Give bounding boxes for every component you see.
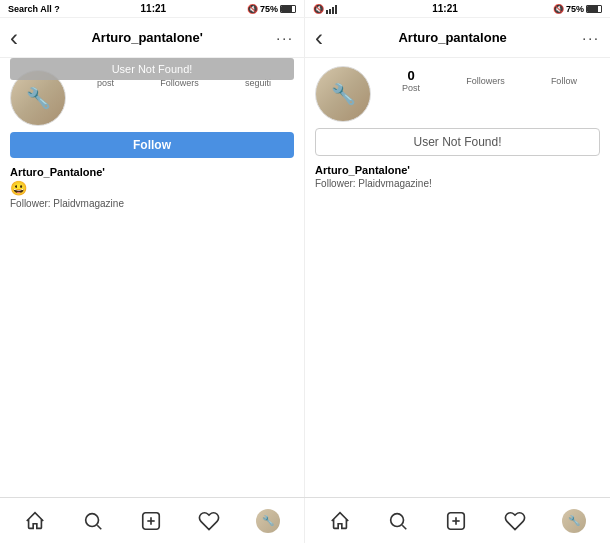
left-home-icon[interactable] bbox=[24, 510, 46, 532]
right-nav-dots[interactable]: ··· bbox=[582, 30, 600, 46]
right-stat-follow-label: Follow bbox=[551, 76, 577, 86]
left-profile-area: User Not Found! 🔧 post Followers bbox=[0, 58, 304, 162]
right-signal-icons: 🔇 bbox=[313, 4, 337, 14]
right-follower-text: Follower: Plaidvmagazine! bbox=[315, 178, 600, 189]
right-add-icon[interactable] bbox=[445, 510, 467, 532]
svg-line-1 bbox=[97, 525, 101, 529]
svg-point-0 bbox=[86, 513, 99, 526]
left-time: 11:21 bbox=[141, 3, 167, 14]
left-search-icon[interactable] bbox=[82, 510, 104, 532]
bottom-nav-bar: 🔧 🔧 bbox=[0, 497, 610, 543]
right-status-bar: 🔇 11:21 🔇 75% bbox=[305, 0, 610, 17]
right-stat-followers: Followers bbox=[466, 76, 505, 86]
left-profile-emoji: 😀 bbox=[10, 180, 294, 196]
left-nav-bar: ‹ Arturo_pantalone' ··· bbox=[0, 18, 304, 58]
right-home-icon[interactable] bbox=[329, 510, 351, 532]
left-profile-name: Arturo_Pantalone' bbox=[10, 166, 294, 178]
right-nav-title: Arturo_pantalone bbox=[398, 30, 506, 45]
left-nav-dots[interactable]: ··· bbox=[276, 30, 294, 46]
right-user-not-found-box: User Not Found! bbox=[315, 128, 600, 156]
right-phone: ‹ Arturo_pantalone ··· 🔧 0 Post bbox=[305, 18, 610, 497]
right-profile-area: 🔧 0 Post Followers Follow bbox=[305, 58, 610, 160]
left-user-not-found-overlay: User Not Found! bbox=[10, 58, 294, 80]
left-nav-title: Arturo_pantalone' bbox=[91, 30, 202, 45]
right-stat-post-label: Post bbox=[402, 83, 420, 93]
left-battery-text: 75% bbox=[260, 4, 278, 14]
left-follower-text: Follower: Plaidvmagazine bbox=[10, 198, 294, 209]
left-phone: ‹ Arturo_pantalone' ··· User Not Found! … bbox=[0, 18, 305, 497]
left-follow-section: Follow bbox=[10, 132, 294, 158]
svg-line-6 bbox=[403, 525, 407, 529]
right-camera-icon: 🔇 bbox=[313, 4, 324, 14]
left-profile-icon[interactable]: 🔧 bbox=[256, 509, 280, 533]
left-back-button[interactable]: ‹ bbox=[10, 26, 18, 50]
right-search-icon[interactable] bbox=[387, 510, 409, 532]
svg-point-5 bbox=[391, 513, 404, 526]
right-profile-icon[interactable]: 🔧 bbox=[562, 509, 586, 533]
left-profile-info: Arturo_Pantalone' 😀 Follower: Plaidvmaga… bbox=[0, 162, 304, 213]
left-signal-text: Search All ? bbox=[8, 4, 60, 14]
left-status-bar: Search All ? 11:21 🔇 75% bbox=[0, 0, 305, 17]
right-stats: 0 Post Followers Follow bbox=[379, 66, 600, 93]
left-camera-icon: 🔇 bbox=[247, 4, 258, 14]
right-battery-text: 75% bbox=[566, 4, 584, 14]
right-heart-icon[interactable] bbox=[504, 510, 526, 532]
right-time: 11:21 bbox=[432, 3, 458, 14]
right-back-button[interactable]: ‹ bbox=[315, 26, 323, 50]
right-stat-post-num: 0 bbox=[402, 68, 420, 83]
left-add-icon[interactable] bbox=[140, 510, 162, 532]
right-camera2-icon: 🔇 bbox=[553, 4, 564, 14]
right-signal-bars bbox=[326, 4, 337, 14]
right-bottom-nav: 🔧 bbox=[305, 498, 610, 543]
left-heart-icon[interactable] bbox=[198, 510, 220, 532]
right-battery-icon bbox=[586, 5, 602, 13]
right-nav-bar: ‹ Arturo_pantalone ··· bbox=[305, 18, 610, 58]
right-stat-post: 0 Post bbox=[402, 68, 420, 93]
left-status-icons: 🔇 75% bbox=[247, 4, 296, 14]
left-bottom-nav: 🔧 bbox=[0, 498, 305, 543]
right-stat-followers-label: Followers bbox=[466, 76, 505, 86]
right-profile-name: Arturo_Pantalone' bbox=[315, 164, 600, 176]
left-battery-icon bbox=[280, 5, 296, 13]
left-follow-button[interactable]: Follow bbox=[10, 132, 294, 158]
right-avatar: 🔧 bbox=[315, 66, 371, 122]
right-status-icons-right: 🔇 75% bbox=[553, 4, 602, 14]
right-profile-info: Arturo_Pantalone' Follower: Plaidvmagazi… bbox=[305, 160, 610, 193]
right-stat-follow: Follow bbox=[551, 76, 577, 86]
